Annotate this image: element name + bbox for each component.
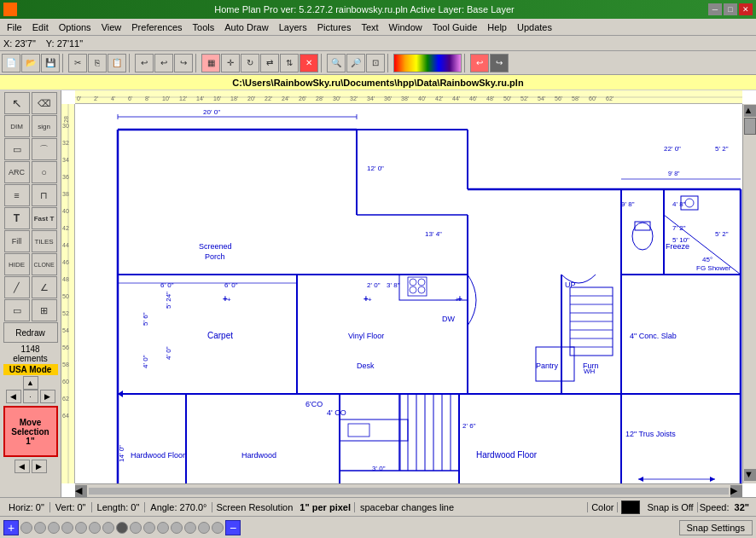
nav-dot-13[interactable] [184, 522, 196, 534]
scroll-thumb-v[interactable] [744, 118, 756, 135]
menu-pictures[interactable]: Pictures [312, 20, 357, 34]
tb-undo2[interactable]: ↩ [154, 54, 173, 72]
close-button[interactable]: ✕ [739, 3, 753, 15]
menu-updates[interactable]: Updates [512, 20, 557, 34]
tb-redo-icon[interactable]: ↪ [490, 54, 509, 72]
maximize-button[interactable]: □ [724, 3, 737, 15]
tool-sign[interactable]: sign [32, 115, 57, 137]
color-swatch[interactable] [621, 500, 640, 514]
tool-window[interactable]: ⊞ [32, 299, 57, 321]
nav-dot-2[interactable] [34, 522, 46, 534]
tb-undo-icon[interactable]: ↩ [470, 54, 489, 72]
nav-center[interactable]: · [23, 390, 38, 403]
tb-move[interactable]: ✛ [221, 54, 240, 72]
tb-redo[interactable]: ↪ [174, 54, 193, 72]
nav-dot-14[interactable] [198, 522, 210, 534]
tb-flipv[interactable]: ⇅ [280, 54, 299, 72]
tool-tiles[interactable]: TILES [32, 230, 57, 252]
scroll-bottom-left[interactable]: ◀ [75, 485, 87, 497]
redraw-button[interactable]: Redraw [3, 322, 58, 343]
color-palette[interactable] [393, 54, 462, 72]
nav-dot-1[interactable] [20, 522, 32, 534]
canvas-area[interactable]: 0' 2' 4' 6' 8' 10' 12' 14' 16' 18' 20' 2… [61, 90, 756, 497]
nav-dot-10[interactable] [143, 522, 155, 534]
tool-arc-wall[interactable]: ⌒ [32, 138, 57, 160]
menu-window[interactable]: Window [384, 20, 427, 34]
menu-tools[interactable]: Tools [188, 20, 220, 34]
tb-rotate[interactable]: ↻ [241, 54, 259, 72]
scroll-left[interactable]: ◀ [15, 460, 30, 473]
tb-new[interactable]: 📄 [2, 54, 20, 72]
tool-select[interactable]: ↖ [4, 92, 30, 114]
menu-edit[interactable]: Edit [27, 20, 54, 34]
nav-dot-8[interactable] [116, 522, 128, 534]
menu-file[interactable]: File [2, 20, 27, 34]
tb-flip[interactable]: ⇄ [260, 54, 279, 72]
scrollbar-right[interactable]: ▲ ▼ [742, 104, 756, 483]
menu-bar: File Edit Options View Preferences Tools… [0, 19, 756, 36]
tool-text[interactable]: T [4, 207, 30, 229]
minimize-button[interactable]: ─ [708, 3, 722, 15]
tb-copy[interactable]: ⎘ [88, 54, 107, 72]
tool-angle[interactable]: ∠ [32, 276, 57, 298]
tool-dim[interactable]: DIM [4, 115, 30, 137]
tool-line[interactable]: ╱ [4, 276, 30, 298]
tb-sep6 [464, 54, 468, 72]
tb-zoomout[interactable]: 🔎 [346, 54, 365, 72]
svg-text:64: 64 [62, 413, 69, 419]
tool-text-fast[interactable]: Fast T [32, 207, 57, 229]
tb-paste[interactable]: 📋 [108, 54, 126, 72]
tool-erase[interactable]: ⌫ [32, 92, 57, 114]
tool-fill[interactable]: Fill [4, 230, 30, 252]
tb-cut[interactable]: ✂ [68, 54, 87, 72]
nav-dot-4[interactable] [61, 522, 73, 534]
tool-door[interactable]: ▭ [4, 299, 30, 321]
menu-text[interactable]: Text [356, 20, 383, 34]
tool-circle[interactable]: ○ [32, 161, 57, 183]
nav-dot-6[interactable] [89, 522, 101, 534]
menu-preferences[interactable]: Preferences [126, 20, 187, 34]
menu-layers[interactable]: Layers [274, 20, 312, 34]
menu-options[interactable]: Options [54, 20, 96, 34]
menu-help[interactable]: Help [482, 20, 512, 34]
nav-dot-9[interactable] [130, 522, 142, 534]
scrollbar-bottom[interactable]: ◀ ▶ [75, 483, 742, 497]
nav-dot-5[interactable] [75, 522, 87, 534]
tool-arc[interactable]: ARC [4, 161, 30, 183]
zoom-in-button[interactable]: + [3, 520, 19, 535]
scrollbar-track-h[interactable] [89, 488, 729, 495]
nav-dot-7[interactable] [102, 522, 114, 534]
scroll-right[interactable]: ▶ [32, 460, 47, 473]
tb-zoomin[interactable]: 🔍 [327, 54, 346, 72]
zoom-out-button[interactable]: − [225, 520, 241, 535]
nav-dot-15[interactable] [212, 522, 224, 534]
menu-toolguide[interactable]: Tool Guide [427, 20, 483, 34]
move-selection-box[interactable]: MoveSelection1" [3, 406, 58, 457]
nav-right[interactable]: ▶ [40, 390, 55, 403]
tb-delete[interactable]: ✕ [299, 54, 318, 72]
tool-clone[interactable]: CLONE [32, 253, 57, 275]
menu-autodraw[interactable]: Auto Draw [219, 20, 273, 34]
scroll-bottom-right[interactable]: ▶ [730, 485, 742, 497]
snap-settings-button[interactable]: Snap Settings [679, 520, 753, 535]
nav-dot-3[interactable] [48, 522, 60, 534]
tb-save[interactable]: 💾 [41, 54, 60, 72]
tb-open[interactable]: 📂 [21, 54, 40, 72]
svg-text:6'CO: 6'CO [305, 400, 323, 408]
tb-undo[interactable]: ↩ [135, 54, 154, 72]
tool-stair[interactable]: ≡ [4, 184, 30, 206]
nav-dot-11[interactable] [157, 522, 169, 534]
menu-view[interactable]: View [96, 20, 127, 34]
tb-zoomfit[interactable]: ⊡ [366, 54, 385, 72]
nav-left[interactable]: ◀ [6, 390, 21, 403]
scroll-right-down[interactable]: ▼ [744, 469, 756, 481]
tool-hide[interactable]: HIDE [4, 253, 30, 275]
nav-up[interactable]: ▲ [23, 376, 38, 390]
tool-wall[interactable]: ▭ [4, 138, 30, 160]
scroll-right-up[interactable]: ▲ [744, 105, 756, 117]
drawing-canvas[interactable]: 20' 0" Screened Porch Carpet Hardwood Fl… [75, 104, 742, 483]
tb-select[interactable]: ▦ [201, 54, 220, 72]
nav-dot-12[interactable] [171, 522, 183, 534]
tool-rail[interactable]: ⊓ [32, 184, 57, 206]
svg-rect-145 [340, 419, 408, 441]
